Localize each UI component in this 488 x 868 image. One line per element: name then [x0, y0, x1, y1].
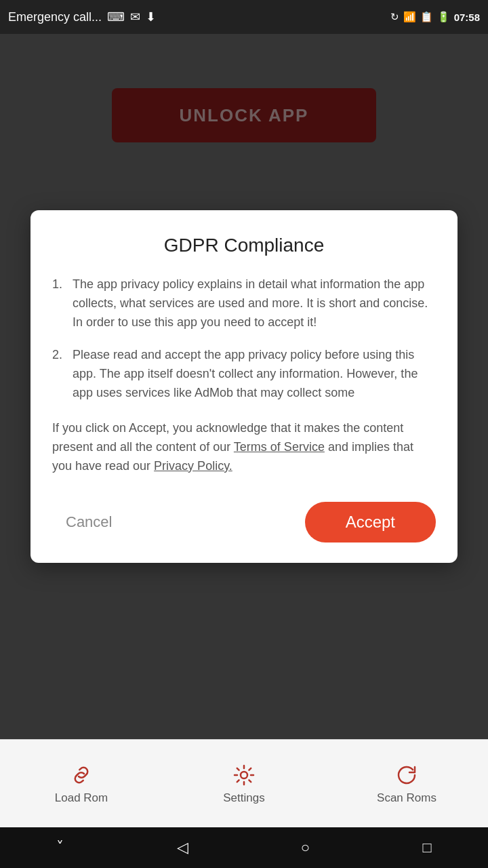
- dialog-title: GDPR Compliance: [52, 235, 436, 256]
- dialog-body: 1. The app privacy policy explains in de…: [52, 275, 436, 475]
- dialog-buttons: Cancel Accept: [52, 496, 436, 542]
- dialog-extra-text: If you click on Accept, you acknowledge …: [52, 419, 436, 476]
- dialog-list-item-1: 1. The app privacy policy explains in de…: [52, 275, 436, 332]
- privacy-policy-link[interactable]: Privacy Policy.: [154, 459, 232, 473]
- dialog-list-item-2: 2. Please read and accept the app privac…: [52, 346, 436, 403]
- list-text-2: Please read and accept the app privacy p…: [73, 346, 436, 403]
- cancel-button[interactable]: Cancel: [52, 507, 125, 538]
- android-navigation-bar: ˅ ◁ ○ □: [0, 827, 488, 868]
- notification-text: Emergency call...: [8, 10, 102, 24]
- nav-item-load-rom[interactable]: Load Rom: [0, 763, 163, 805]
- android-recents-button[interactable]: □: [423, 839, 432, 856]
- sim-icon: 📋: [420, 11, 433, 23]
- android-back-button[interactable]: ◁: [177, 839, 188, 856]
- keyboard-icon: ⌨: [107, 9, 125, 24]
- load-rom-label: Load Rom: [55, 791, 108, 805]
- nav-item-settings[interactable]: Settings: [163, 763, 325, 805]
- nav-item-scan-roms[interactable]: Scan Roms: [325, 763, 488, 805]
- wifi-icon: 📶: [403, 11, 416, 23]
- download-icon: ⬇: [146, 9, 156, 24]
- scan-roms-icon: [394, 763, 419, 787]
- list-num-1: 1.: [52, 275, 73, 294]
- email-icon: ✉: [130, 9, 140, 24]
- dialog-overlay: GDPR Compliance 1. The app privacy polic…: [0, 34, 488, 739]
- dialog-list: 1. The app privacy policy explains in de…: [52, 275, 436, 402]
- settings-icon: [232, 763, 256, 787]
- status-bar: Emergency call... ⌨ ✉ ⬇ ↻ 📶 📋 🔋 07:58: [0, 0, 488, 34]
- android-down-button[interactable]: ˅: [56, 839, 64, 856]
- status-bar-time: 07:58: [454, 12, 480, 23]
- rotate-icon: ↻: [390, 11, 399, 23]
- svg-point-0: [241, 772, 247, 778]
- status-bar-right-icons: ↻ 📶 📋 🔋 07:58: [390, 11, 480, 23]
- status-bar-left: Emergency call... ⌨ ✉ ⬇: [8, 9, 156, 24]
- list-num-2: 2.: [52, 346, 73, 364]
- load-rom-icon: [69, 763, 94, 787]
- app-background: UNLOCK APP GDPR Compliance 1. The app pr…: [0, 34, 488, 739]
- accept-button[interactable]: Accept: [305, 502, 436, 542]
- list-text-1: The app privacy policy explains in detai…: [73, 275, 436, 332]
- battery-icon: 🔋: [437, 11, 450, 23]
- bottom-navigation: Load Rom Settings Scan Roms: [0, 739, 488, 827]
- terms-of-service-link[interactable]: Terms of Service: [234, 440, 325, 454]
- android-home-button[interactable]: ○: [301, 839, 310, 856]
- gdpr-dialog: GDPR Compliance 1. The app privacy polic…: [30, 210, 458, 562]
- scan-roms-label: Scan Roms: [377, 791, 436, 805]
- settings-label: Settings: [223, 791, 264, 805]
